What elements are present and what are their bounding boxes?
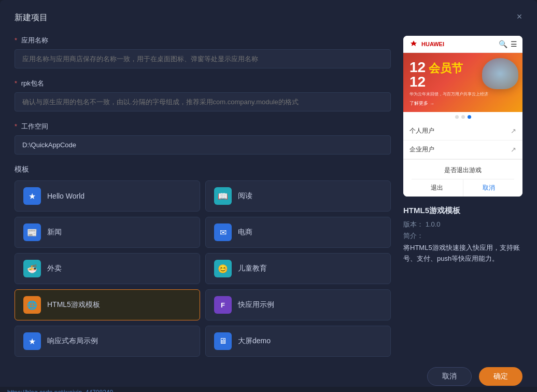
template-icon-hello-world: ★ xyxy=(23,187,41,205)
rpk-name-field-group: * rpk包名 xyxy=(15,79,391,111)
dot-3 xyxy=(468,115,471,119)
bottom-buttons: 取消 确定 xyxy=(427,367,522,386)
template-item-html5-game[interactable]: 🌐 HTML5游戏模板 xyxy=(15,289,200,320)
app-name-required-marker: * xyxy=(15,36,17,44)
preview-dialog-overlay: 是否退出游戏 退出 取消 xyxy=(403,159,522,197)
template-item-children-edu[interactable]: 😊 儿童教育 xyxy=(205,253,391,284)
template-grid: ★ Hello World 📖 阅读 📰 新闻 ✉ 电商 🍜 xyxy=(15,180,391,357)
rpk-name-required-marker: * xyxy=(15,79,17,87)
preview-dialog-buttons: 退出 取消 xyxy=(412,179,514,197)
app-name-label: * 应用名称 xyxy=(15,36,391,45)
app-name-field-group: * 应用名称 xyxy=(15,36,391,68)
banner-link: 了解更多 → xyxy=(409,100,516,107)
template-item-large-screen[interactable]: 🖥 大屏demo xyxy=(205,326,391,357)
preview-banner: 1212 会员节 华为云年末回馈，与百万用户共享云上经济 了解更多 → xyxy=(403,53,522,112)
template-item-hello-world[interactable]: ★ Hello World xyxy=(15,180,200,212)
dot-1 xyxy=(455,115,459,119)
template-name-html5-game: HTML5游戏模板 xyxy=(47,300,100,310)
template-icon-takeout: 🍜 xyxy=(23,260,41,277)
template-name-large-screen: 大屏demo xyxy=(238,337,271,346)
banner-date-numbers: 1212 xyxy=(409,60,426,89)
template-icon-children-edu: 😊 xyxy=(214,260,232,277)
template-icon-html5-game: 🌐 xyxy=(23,296,41,314)
template-name-children-edu: 儿童教育 xyxy=(238,264,267,273)
templates-section-label: 模板 xyxy=(15,165,391,174)
menu-row-enterprise: 企业用户 ↗ xyxy=(403,141,522,159)
menu-icon: ☰ xyxy=(511,40,517,48)
preview-desc-text: 将HTML5游戏快速接入快应用，支持账号、支付、push等快应用能力。 xyxy=(403,243,522,264)
dialog-title: 新建项目 xyxy=(15,12,522,23)
rpk-name-label: * rpk包名 xyxy=(15,79,391,88)
preview-info: HTML5游戏模板 版本： 1.0.0 简介： 将HTML5游戏快速接入快应用，… xyxy=(403,204,522,267)
preview-dialog-title: 是否退出游戏 xyxy=(412,166,514,175)
main-layout: * 应用名称 * rpk包名 * 工作空间 xyxy=(15,36,522,357)
template-name-takeout: 外卖 xyxy=(47,264,62,273)
template-name-quick-app: 快应用示例 xyxy=(238,300,274,310)
app-name-input[interactable] xyxy=(15,49,391,68)
template-item-takeout[interactable]: 🍜 外卖 xyxy=(15,253,200,284)
banner-subtitle: 华为云年末回馈，与百万用户共享云上经济 xyxy=(409,91,516,97)
preview-desc-title: 简介： xyxy=(403,231,522,241)
workspace-required-marker: * xyxy=(15,122,17,130)
preview-phone: HUAWEI 🔍 ☰ 1212 会员节 华为云年末回馈，与百万用户 xyxy=(403,36,522,197)
preview-phone-header: HUAWEI 🔍 ☰ xyxy=(403,36,522,53)
template-icon-news: 📰 xyxy=(23,223,41,241)
template-item-responsive[interactable]: ★ 响应式布局示例 xyxy=(15,326,200,357)
preview-exit-button: 退出 xyxy=(412,179,463,197)
workspace-field-group: * 工作空间 xyxy=(15,122,391,155)
template-name-hello-world: Hello World xyxy=(47,192,84,200)
preview-menu: 个人用户 ↗ 企业用户 ↗ xyxy=(403,122,522,159)
left-panel: * 应用名称 * rpk包名 * 工作空间 xyxy=(15,36,391,357)
template-icon-reading: 📖 xyxy=(214,187,232,205)
template-icon-responsive: ★ xyxy=(23,332,41,350)
template-icon-large-screen: 🖥 xyxy=(214,332,232,350)
banner-cloud-decoration xyxy=(482,58,518,89)
template-name-ecommerce: 电商 xyxy=(238,228,252,237)
workspace-input[interactable] xyxy=(15,135,391,155)
arrow-icon: → xyxy=(430,101,434,106)
template-item-ecommerce[interactable]: ✉ 电商 xyxy=(205,217,391,248)
huawei-text: HUAWEI xyxy=(421,41,444,47)
template-item-news[interactable]: 📰 新闻 xyxy=(15,217,200,248)
cancel-button[interactable]: 取消 xyxy=(427,367,472,386)
template-item-reading[interactable]: 📖 阅读 xyxy=(205,180,391,212)
menu-row-personal: 个人用户 ↗ xyxy=(403,122,522,141)
preview-version: 版本： 1.0.0 xyxy=(403,220,522,229)
external-link-icon-enterprise: ↗ xyxy=(511,146,516,153)
url-bar: https://blog.csdn.net/weixin_44708240 xyxy=(0,387,537,392)
preview-dialog-box: 是否退出游戏 退出 取消 xyxy=(403,160,522,197)
new-project-dialog: 新建项目 × * 应用名称 * rpk包名 xyxy=(0,0,537,392)
preview-container: HUAWEI 🔍 ☰ 1212 会员节 华为云年末回馈，与百万用户 xyxy=(403,36,522,197)
rpk-name-input[interactable] xyxy=(15,92,391,111)
preview-header-icons: 🔍 ☰ xyxy=(499,40,517,48)
huawei-logo-icon xyxy=(408,40,419,48)
template-item-quick-app[interactable]: F 快应用示例 xyxy=(205,289,391,320)
preview-template-name: HTML5游戏模板 xyxy=(403,206,522,216)
template-name-reading: 阅读 xyxy=(238,191,252,201)
template-name-news: 新闻 xyxy=(47,228,62,237)
workspace-label: * 工作空间 xyxy=(15,122,391,131)
template-icon-ecommerce: ✉ xyxy=(214,223,232,241)
confirm-button[interactable]: 确定 xyxy=(479,367,522,386)
close-button[interactable]: × xyxy=(512,9,527,24)
template-name-responsive: 响应式布局示例 xyxy=(47,337,98,346)
preview-huawei-logo: HUAWEI xyxy=(408,40,444,48)
external-link-icon-personal: ↗ xyxy=(511,127,516,135)
dot-2 xyxy=(461,115,465,119)
banner-dots xyxy=(403,112,522,122)
banner-title: 会员节 xyxy=(429,63,463,74)
preview-cancel-button: 取消 xyxy=(463,179,515,197)
template-icon-quick-app: F xyxy=(214,296,232,314)
search-icon: 🔍 xyxy=(499,40,507,48)
right-panel: HUAWEI 🔍 ☰ 1212 会员节 华为云年末回馈，与百万用户 xyxy=(403,36,522,357)
svg-marker-0 xyxy=(411,40,417,46)
